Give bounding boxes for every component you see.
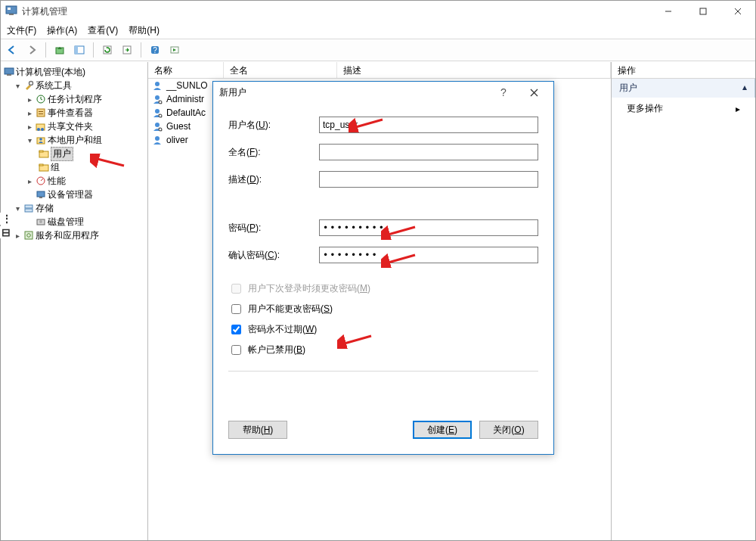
close-button[interactable]: 关闭(O) [479,421,538,439]
dialog-title: 新用户 [219,86,246,99]
create-button[interactable]: 创建(E) [413,421,472,439]
fullname-input[interactable] [319,144,538,160]
chk-never-expire-label: 密码永不过期(W) [248,323,317,336]
chk-never-expire[interactable] [231,325,241,334]
dialog-body: 用户名(U): 全名(F): 描述(D): 密码(P): 确认密码 [213,103,553,421]
desc-input[interactable] [319,171,538,188]
dialog-overlay: 新用户 ? 用户名(U): 全名(F): 描述(D): [1,1,755,540]
chk-cannot-change[interactable] [231,304,241,314]
username-label: 用户名(U): [228,119,311,132]
password-label: 密码(P): [228,222,311,235]
chk-disabled[interactable] [231,345,241,355]
username-input[interactable] [319,117,538,133]
fullname-label: 全名(F): [228,146,311,159]
desc-label: 描述(D): [228,173,311,186]
dialog-close-icon[interactable] [520,82,547,103]
dialog-titlebar: 新用户 ? [213,82,553,103]
password-input[interactable] [319,219,538,236]
chk-must-change [231,284,241,294]
dialog-help-icon[interactable]: ? [490,82,517,103]
new-user-dialog: 新用户 ? 用户名(U): 全名(F): 描述(D): [212,81,554,455]
confirm-label: 确认密码(C): [228,249,311,262]
chk-must-change-label: 用户下次登录时须更改密码(M) [248,282,370,295]
chk-cannot-change-label: 用户不能更改密码(S) [248,303,333,316]
main-window: 计算机管理 文件(F) 操作(A) 查看(V) 帮助(H) ? [0,0,756,541]
help-button[interactable]: 帮助(H) [228,421,287,439]
confirm-input[interactable] [319,247,538,263]
dialog-buttons: 帮助(H) 创建(E) 关闭(O) [213,421,553,454]
chk-disabled-label: 帐户已禁用(B) [248,344,305,356]
